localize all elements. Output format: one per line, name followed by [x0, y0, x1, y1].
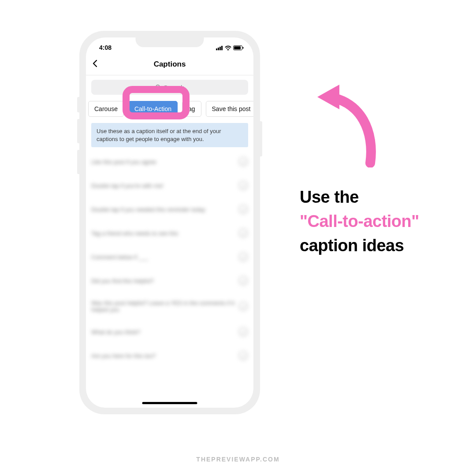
chip-save-this-post[interactable]: Save this post [206, 101, 253, 117]
list-item[interactable]: Did you find this helpful? [91, 269, 248, 293]
home-indicator [142, 402, 197, 404]
headline: Use the "Call-to-action" caption ideas [300, 185, 419, 258]
chevron-left-icon [92, 60, 97, 67]
category-chips[interactable]: Carouse Call-to-Action ag Save this post [86, 95, 253, 123]
wifi-icon [225, 45, 231, 50]
list-item[interactable]: Double tap if you're with me! [91, 174, 248, 197]
caption-list[interactable]: Like this post if you agree Double tap i… [86, 147, 253, 368]
list-item[interactable]: Double tap if you needed this reminder t… [91, 197, 248, 221]
back-button[interactable] [92, 59, 97, 70]
phone-side-button [77, 97, 79, 112]
phone-side-button [260, 121, 262, 156]
svg-rect-1 [218, 48, 219, 50]
check-circle-icon[interactable] [238, 276, 248, 286]
phone-notch [136, 37, 204, 47]
cellular-icon [216, 45, 223, 50]
headline-line3: caption ideas [300, 234, 419, 258]
curved-arrow-icon [309, 79, 379, 167]
phone-side-button [77, 119, 79, 143]
check-circle-icon[interactable] [238, 351, 248, 361]
check-circle-icon[interactable] [238, 205, 248, 214]
info-banner: Use these as a caption itself or at the … [91, 123, 248, 147]
svg-line-8 [159, 89, 161, 90]
chip-tag[interactable]: ag [182, 101, 201, 117]
chip-carousel[interactable]: Carouse [88, 101, 124, 117]
headline-highlight: "Call-to-action" [300, 209, 419, 234]
svg-rect-0 [216, 48, 217, 50]
status-time: 4:08 [99, 44, 112, 51]
status-icons [216, 45, 244, 50]
svg-rect-6 [243, 47, 244, 48]
list-item[interactable]: Tag a friend who needs to see this [91, 221, 248, 245]
list-item[interactable]: Are you here for this too? [91, 344, 248, 368]
check-circle-icon[interactable] [238, 157, 248, 167]
nav-header: Captions [86, 53, 253, 75]
check-circle-icon[interactable] [238, 228, 248, 238]
svg-rect-3 [221, 46, 223, 50]
battery-icon [233, 45, 244, 50]
list-item[interactable]: Comment below if ___ [91, 245, 248, 269]
search-input[interactable]: Search [91, 80, 248, 95]
phone-frame: 4:08 Captions Search [79, 31, 260, 414]
list-item[interactable]: Like this post if you agree [91, 150, 248, 174]
chip-call-to-action[interactable]: Call-to-Action [128, 101, 178, 117]
check-circle-icon[interactable] [238, 181, 248, 190]
svg-rect-2 [219, 47, 221, 50]
check-circle-icon[interactable] [238, 327, 248, 337]
page-title: Captions [154, 60, 186, 69]
phone-side-button [77, 150, 79, 174]
headline-line1: Use the [300, 185, 419, 209]
check-circle-icon[interactable] [238, 252, 248, 262]
footer-brand: THEPREVIEWAPP.COM [0, 456, 476, 463]
search-icon [155, 84, 161, 90]
phone-screen: 4:08 Captions Search [86, 37, 253, 408]
search-wrap: Search [86, 75, 253, 95]
list-item[interactable]: Was this post helpful? Leave a YES in th… [91, 293, 248, 320]
search-placeholder: Search [164, 84, 185, 91]
check-circle-icon[interactable] [238, 301, 248, 311]
svg-rect-5 [234, 46, 241, 49]
list-item[interactable]: What do you think? [91, 320, 248, 344]
